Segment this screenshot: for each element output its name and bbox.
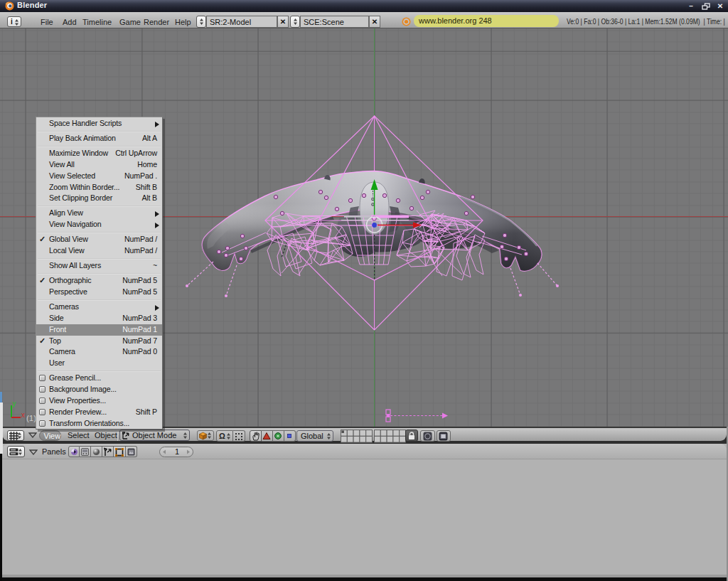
svg-text:y: y — [13, 400, 16, 407]
svg-text:x: x — [21, 411, 25, 419]
